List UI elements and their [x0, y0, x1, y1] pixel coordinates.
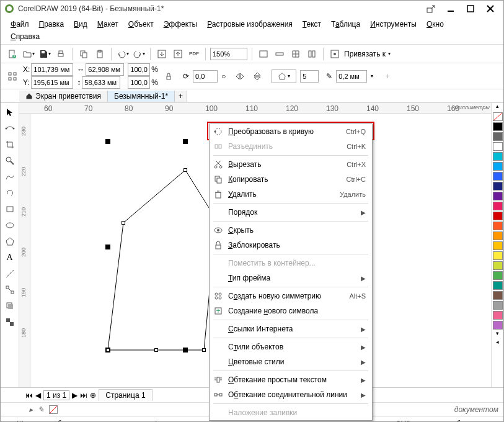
tab-new[interactable]: + — [175, 91, 187, 102]
swatch[interactable] — [493, 231, 503, 240]
add-button[interactable]: + — [381, 70, 394, 83]
mirror-h-icon[interactable] — [233, 70, 247, 83]
tab-document[interactable]: Безымянный-1* — [108, 91, 175, 102]
snap-button[interactable] — [328, 47, 342, 61]
swatch[interactable] — [493, 261, 503, 270]
swatch[interactable] — [493, 122, 503, 131]
swatch[interactable] — [493, 132, 503, 141]
swatch[interactable] — [493, 301, 503, 310]
undo-button[interactable]: ▾ — [116, 47, 130, 61]
swatch[interactable] — [493, 222, 503, 230]
swatch[interactable] — [493, 212, 503, 220]
export-icon[interactable] — [422, 2, 440, 15]
smart-drawing-tool[interactable] — [3, 186, 17, 200]
scale-x-input[interactable] — [128, 63, 150, 76]
swatch[interactable] — [493, 291, 503, 300]
scale-y-input[interactable] — [128, 76, 150, 89]
swatch[interactable] — [493, 311, 503, 320]
ctx-copy[interactable]: Копировать Ctrl+C — [210, 172, 372, 187]
transparency-tool[interactable] — [3, 315, 17, 329]
outline-width-input[interactable] — [336, 70, 367, 83]
pdf-button[interactable]: PDF — [187, 47, 201, 61]
nav-next[interactable]: ▶ — [72, 391, 77, 400]
ctx-convert-to-curves[interactable]: Преобразовать в кривую Ctrl+Q — [210, 124, 372, 139]
grid-button[interactable] — [289, 47, 303, 61]
rectangle-tool[interactable] — [3, 202, 17, 216]
swatch[interactable] — [493, 241, 503, 250]
swatch[interactable] — [493, 182, 503, 191]
swatch-none[interactable] — [493, 112, 503, 121]
nav-prev[interactable]: ◀ — [35, 391, 41, 400]
minimize-button[interactable] — [441, 2, 460, 15]
menu-object[interactable]: Объект — [123, 18, 159, 30]
ctx-new-symmetry[interactable]: Создать новую симметрию Alt+S — [210, 289, 372, 303]
palette-scroll-up[interactable]: ▴ — [492, 103, 503, 112]
swatch[interactable] — [493, 162, 503, 171]
ctx-powerclip[interactable]: Поместить в контейнер... — [210, 256, 372, 271]
swatch[interactable] — [493, 172, 503, 181]
menu-table[interactable]: Таблица — [326, 18, 365, 30]
ctx-overprint-fill[interactable]: Наложение заливки — [210, 405, 372, 420]
ctx-internet-links[interactable]: Ссылки Интернета ▶ — [210, 321, 372, 336]
ctx-connector-wrap[interactable]: Обтекание соединительной линии ▶ — [210, 387, 372, 402]
nav-last[interactable]: ⏭ — [80, 391, 87, 400]
polygon-tool[interactable] — [3, 235, 17, 248]
x-input[interactable] — [31, 63, 73, 76]
lock-ratio-icon[interactable] — [162, 70, 175, 83]
import-button[interactable] — [155, 47, 169, 61]
palette-scroll-down[interactable]: ▾ — [492, 330, 503, 339]
ctx-order[interactable]: Порядок ▶ — [210, 205, 372, 220]
save-button[interactable]: ▾ — [38, 47, 51, 61]
ctx-object-styles[interactable]: Стили объектов ▶ — [210, 339, 372, 354]
swatch[interactable] — [493, 321, 503, 330]
menu-view[interactable]: Вид — [69, 18, 92, 30]
dimension-tool[interactable] — [3, 267, 17, 281]
text-tool[interactable]: A — [3, 251, 17, 264]
nav-first[interactable]: ⏮ — [25, 391, 33, 400]
page-tab[interactable]: Страница 1 — [99, 389, 152, 401]
dockers-button[interactable] — [305, 47, 319, 61]
close-button[interactable] — [481, 2, 500, 15]
no-fill-icon[interactable] — [49, 405, 58, 414]
copy-button[interactable] — [77, 47, 91, 61]
swatch[interactable] — [493, 202, 503, 210]
new-button[interactable]: + — [6, 47, 19, 61]
swatch[interactable] — [493, 281, 503, 290]
dropshadow-tool[interactable] — [3, 299, 17, 313]
paste-button[interactable] — [93, 47, 107, 61]
zoom-input[interactable] — [210, 48, 247, 60]
ctx-delete[interactable]: Удалить Удалить — [210, 187, 372, 202]
swatch[interactable] — [493, 192, 503, 200]
swatch[interactable] — [493, 251, 503, 260]
ctx-wrap-paragraph-text[interactable]: Обтекание простым текстом ▶ — [210, 372, 372, 387]
tab-welcome[interactable]: Экран приветствия — [19, 91, 108, 102]
menu-file[interactable]: Файл — [6, 18, 34, 30]
pick-tool[interactable] — [3, 106, 17, 119]
print-button[interactable] — [54, 47, 68, 61]
ctx-frame-type[interactable]: Тип фрейма ▶ — [210, 271, 372, 285]
ctx-lock[interactable]: Заблокировать — [210, 238, 372, 253]
palette-flyout[interactable]: ◂ — [492, 339, 503, 348]
zoom-tool[interactable] — [3, 154, 17, 168]
shape-tool[interactable] — [3, 122, 17, 135]
fullscreen-button[interactable] — [257, 47, 270, 61]
menu-tools[interactable]: Инструменты — [365, 18, 422, 30]
sides-input[interactable] — [300, 70, 319, 83]
menu-text[interactable]: Текст — [298, 18, 326, 30]
docpal-arrow[interactable]: ▸ — [29, 405, 33, 414]
connector-tool[interactable] — [3, 283, 17, 297]
open-button[interactable]: ▾ — [22, 47, 35, 61]
menu-layout[interactable]: Макет — [92, 18, 123, 30]
ctx-hide[interactable]: Скрыть — [210, 223, 372, 238]
swatch[interactable] — [493, 142, 503, 151]
polygon-shape-button[interactable]: ▾ — [272, 70, 296, 83]
ctx-cut[interactable]: Вырезать Ctrl+X — [210, 157, 372, 172]
ctx-break-apart[interactable]: Разъединить Ctrl+K — [210, 139, 372, 154]
menu-effects[interactable]: Эффекты — [159, 18, 203, 30]
snap-label[interactable]: Привязать к — [344, 50, 386, 58]
freehand-tool[interactable] — [3, 170, 17, 184]
rotation-input[interactable] — [193, 70, 218, 83]
mirror-v-icon[interactable] — [250, 70, 264, 83]
add-page[interactable]: ⊕ — [90, 391, 96, 400]
eyedropper-icon[interactable]: ✎ — [38, 405, 44, 414]
